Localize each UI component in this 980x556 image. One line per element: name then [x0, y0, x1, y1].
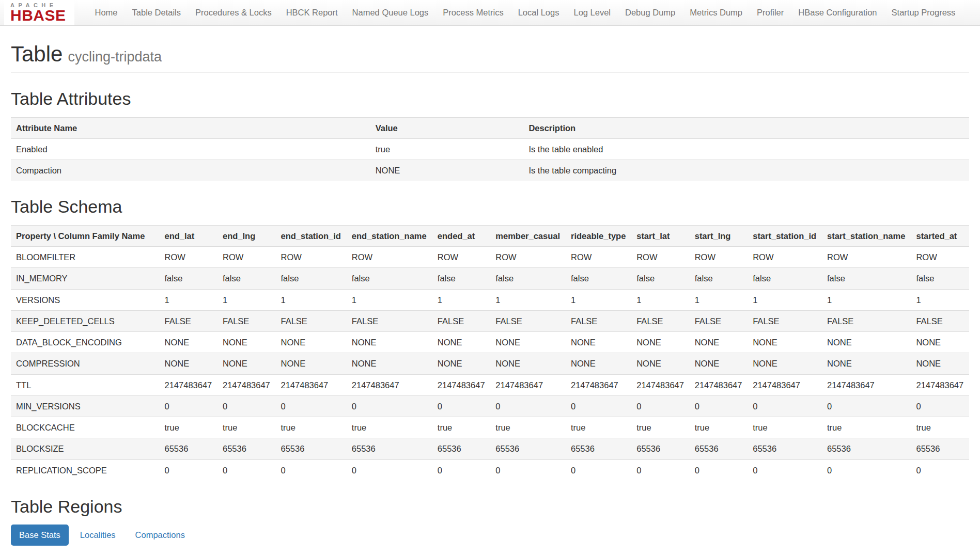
- schema-value-cell: 0: [748, 459, 822, 481]
- schema-value-cell: 1: [347, 289, 432, 310]
- nav-item-procedures-locks: Procedures & Locks: [188, 0, 279, 25]
- schema-value-cell: NONE: [217, 332, 276, 353]
- schema-value-cell: FALSE: [276, 310, 347, 331]
- schema-value-cell: 0: [490, 395, 566, 417]
- schema-value-cell: 1: [490, 289, 566, 310]
- schema-value-cell: FALSE: [217, 310, 276, 331]
- nav-link-table-details[interactable]: Table Details: [125, 0, 188, 25]
- nav-link-home[interactable]: Home: [88, 0, 125, 25]
- schema-value-cell: NONE: [631, 332, 690, 353]
- schema-value-cell: 0: [631, 459, 690, 481]
- page-content: Tablecycling-tripdata Table Attributes A…: [0, 42, 980, 556]
- tab-link-base-stats[interactable]: Base Stats: [11, 525, 69, 546]
- nav-link-local-logs[interactable]: Local Logs: [511, 0, 567, 25]
- schema-value-cell: ROW: [276, 247, 347, 268]
- schema-value-cell: 2147483647: [690, 374, 748, 395]
- schema-row: COMPRESSIONNONENONENONENONENONENONENONEN…: [11, 353, 969, 374]
- schema-value-cell: 1: [160, 289, 218, 310]
- nav-link-hbase-configuration[interactable]: HBase Configuration: [791, 0, 884, 25]
- schema-value-cell: 0: [217, 459, 276, 481]
- schema-value-cell: 65536: [276, 438, 347, 459]
- schema-col-ended-at: ended_at: [432, 225, 491, 246]
- schema-value-cell: false: [911, 268, 969, 289]
- schema-value-cell: NONE: [911, 332, 969, 353]
- schema-value-cell: 1: [631, 289, 690, 310]
- schema-value-cell: 1: [217, 289, 276, 310]
- tab-localities: Localities: [72, 525, 124, 546]
- schema-value-cell: 2147483647: [911, 374, 969, 395]
- schema-property-cell: BLOOMFILTER: [11, 247, 160, 268]
- page-header: Tablecycling-tripdata: [11, 42, 969, 73]
- nav-link-process-metrics[interactable]: Process Metrics: [435, 0, 510, 25]
- schema-value-cell: 65536: [217, 438, 276, 459]
- schema-value-cell: 0: [276, 395, 347, 417]
- schema-value-cell: NONE: [822, 353, 911, 374]
- schema-value-cell: 0: [347, 459, 432, 481]
- schema-value-cell: 0: [217, 395, 276, 417]
- schema-value-cell: true: [276, 417, 347, 438]
- schema-value-cell: true: [748, 417, 822, 438]
- schema-value-cell: ROW: [748, 247, 822, 268]
- nav-link-procedures-locks[interactable]: Procedures & Locks: [188, 0, 279, 25]
- nav-item-table-details: Table Details: [125, 0, 188, 25]
- nav-item-debug-dump: Debug Dump: [618, 0, 682, 25]
- schema-value-cell: 1: [432, 289, 491, 310]
- tab-link-localities[interactable]: Localities: [72, 525, 124, 546]
- schema-value-cell: 2147483647: [631, 374, 690, 395]
- schema-value-cell: false: [631, 268, 690, 289]
- schema-value-cell: 0: [631, 395, 690, 417]
- schema-col-end-lng: end_lng: [217, 225, 276, 246]
- nav-link-startup-progress[interactable]: Startup Progress: [884, 0, 963, 25]
- schema-value-cell: FALSE: [911, 310, 969, 331]
- schema-value-cell: NONE: [690, 332, 748, 353]
- nav-link-log-level[interactable]: Log Level: [566, 0, 618, 25]
- schema-row: KEEP_DELETED_CELLSFALSEFALSEFALSEFALSEFA…: [11, 310, 969, 331]
- attr-description-cell: Is the table enabled: [523, 138, 969, 160]
- tab-link-compactions[interactable]: Compactions: [127, 525, 193, 546]
- schema-value-cell: 65536: [911, 438, 969, 459]
- schema-value-cell: ROW: [217, 247, 276, 268]
- schema-value-cell: ROW: [490, 247, 566, 268]
- nav-link-profiler[interactable]: Profiler: [750, 0, 791, 25]
- nav-item-hbck-report: HBCK Report: [279, 0, 345, 25]
- schema-value-cell: 0: [690, 459, 748, 481]
- nav-link-metrics-dump[interactable]: Metrics Dump: [682, 0, 750, 25]
- attr-value-cell: NONE: [370, 160, 524, 181]
- schema-value-cell: 2147483647: [822, 374, 911, 395]
- page-title: Tablecycling-tripdata: [11, 42, 969, 66]
- nav-link-debug-dump[interactable]: Debug Dump: [618, 0, 682, 25]
- schema-corner-header: Property \ Column Family Name: [11, 225, 160, 246]
- schema-value-cell: FALSE: [631, 310, 690, 331]
- schema-col-end-station-id: end_station_id: [276, 225, 347, 246]
- schema-value-cell: false: [347, 268, 432, 289]
- schema-value-cell: 1: [566, 289, 631, 310]
- schema-row: REPLICATION_SCOPE000000000000: [11, 459, 969, 481]
- schema-value-cell: 2147483647: [748, 374, 822, 395]
- schema-value-cell: 0: [432, 395, 491, 417]
- nav-link-hbck-report[interactable]: HBCK Report: [279, 0, 345, 25]
- page-subtitle: cycling-tripdata: [68, 49, 162, 65]
- schema-value-cell: NONE: [490, 353, 566, 374]
- schema-value-cell: 65536: [347, 438, 432, 459]
- schema-value-cell: 0: [690, 395, 748, 417]
- schema-value-cell: FALSE: [160, 310, 218, 331]
- nav-link-named-queue-logs[interactable]: Named Queue Logs: [345, 0, 436, 25]
- schema-property-cell: KEEP_DELETED_CELLS: [11, 310, 160, 331]
- schema-value-cell: 2147483647: [160, 374, 218, 395]
- schema-value-cell: true: [490, 417, 566, 438]
- schema-value-cell: 0: [160, 395, 218, 417]
- schema-value-cell: NONE: [217, 353, 276, 374]
- schema-value-cell: NONE: [160, 332, 218, 353]
- schema-value-cell: 65536: [631, 438, 690, 459]
- schema-value-cell: 1: [690, 289, 748, 310]
- schema-value-cell: 0: [276, 459, 347, 481]
- schema-table: Property \ Column Family Nameend_latend_…: [11, 225, 969, 481]
- schema-col-member-casual: member_casual: [490, 225, 566, 246]
- schema-value-cell: 2147483647: [217, 374, 276, 395]
- schema-value-cell: 0: [566, 459, 631, 481]
- schema-value-cell: NONE: [822, 332, 911, 353]
- schema-value-cell: 1: [911, 289, 969, 310]
- tab-base-stats: Base Stats: [11, 525, 69, 546]
- hbase-logo[interactable]: APACHE HBASE: [4, 0, 74, 25]
- schema-value-cell: false: [432, 268, 491, 289]
